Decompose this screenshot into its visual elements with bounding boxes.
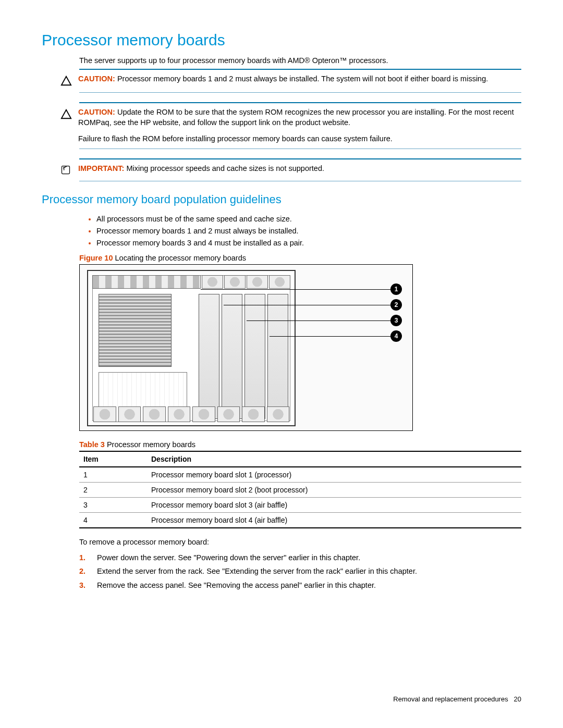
callout-badge: 4	[390, 330, 402, 342]
list-item: Processor memory boards 3 and 4 must be …	[96, 238, 521, 249]
caution-icon	[60, 75, 72, 88]
caution-text-2: Failure to flash the ROM before installi…	[78, 134, 521, 144]
callout-badge: 1	[390, 283, 402, 295]
intro-text: The server supports up to four processor…	[79, 56, 521, 65]
guideline-list: All processors must be of the same speed…	[42, 214, 521, 249]
caution-notice-2: CAUTION: Update the ROM to be sure that …	[79, 107, 521, 144]
caution-text: Processor memory boards 1 and 2 must alw…	[117, 75, 488, 83]
divider	[79, 149, 521, 149]
callout-badge: 2	[390, 299, 402, 311]
callout-badge: 3	[390, 315, 402, 326]
figure-caption-text: Locating the processor memory boards	[115, 254, 246, 262]
figure-diagram: 1 2 3 4 1 2 3 4	[79, 264, 413, 431]
remove-intro: To remove a processor memory board:	[79, 537, 521, 547]
memory-board-table: Item Description 1Processor memory board…	[79, 451, 521, 528]
caution-label: CAUTION:	[78, 75, 115, 83]
page-footer: Removal and replacement procedures 20	[393, 695, 521, 703]
step-item: 3.Remove the access panel. See "Removing…	[79, 580, 521, 590]
figure-caption: Figure 10 Locating the processor memory …	[79, 254, 521, 262]
table-header-item: Item	[79, 451, 147, 467]
table-row: 3Processor memory board slot 3 (air baff…	[79, 497, 521, 512]
table-caption: Table 3 Processor memory boards	[79, 440, 521, 449]
footer-section: Removal and replacement procedures	[393, 695, 508, 703]
table-caption-text: Processor memory boards	[107, 440, 195, 449]
divider	[79, 92, 521, 93]
table-row: 1Processor memory board slot 1 (processo…	[79, 467, 521, 483]
table-label: Table 3	[79, 440, 105, 449]
procedure-steps: 1.Power down the server. See "Powering d…	[79, 552, 521, 590]
caution-notice-1: CAUTION: Processor memory boards 1 and 2…	[79, 74, 521, 88]
list-item: Processor memory boards 1 and 2 must alw…	[96, 226, 521, 237]
figure-label: Figure 10	[79, 254, 113, 262]
caution-label: CAUTION:	[78, 108, 115, 116]
footer-page-number: 20	[514, 695, 521, 703]
list-item: All processors must be of the same speed…	[96, 214, 521, 225]
note-icon	[60, 165, 72, 177]
table-header-desc: Description	[147, 451, 521, 467]
page-title: Processor memory boards	[42, 31, 521, 49]
important-text: Mixing processor speeds and cache sizes …	[126, 164, 324, 172]
divider	[79, 69, 521, 70]
table-row: 2Processor memory board slot 2 (boot pro…	[79, 482, 521, 497]
caution-icon	[60, 108, 72, 121]
divider	[79, 158, 521, 159]
important-label: IMPORTANT:	[78, 164, 124, 172]
step-item: 2.Extend the server from the rack. See "…	[79, 566, 521, 576]
table-row: 4Processor memory board slot 4 (air baff…	[79, 512, 521, 528]
divider	[79, 181, 521, 181]
step-item: 1.Power down the server. See "Powering d…	[79, 552, 521, 563]
section-heading: Processor memory board population guidel…	[42, 193, 521, 206]
divider	[79, 102, 521, 103]
important-notice: IMPORTANT: Mixing processor speeds and c…	[79, 164, 521, 177]
caution-text: Update the ROM to be sure that the syste…	[78, 108, 514, 127]
